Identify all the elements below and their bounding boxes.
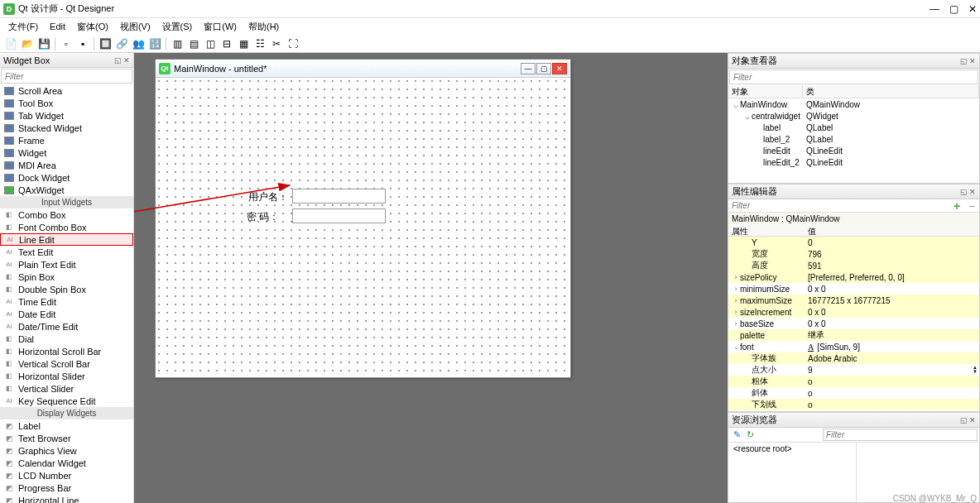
prop-row-下划线[interactable]: 下划线o [728,399,979,410]
widget-item-combo-box[interactable]: ◧Combo Box [0,208,133,221]
tree-row-label[interactable]: labelQLabel [728,122,979,133]
widget-item-line-edit[interactable]: AILine Edit [0,233,133,246]
prop-row-粗体[interactable]: 粗体o [728,376,979,387]
widget-item-graphics-view[interactable]: ◩Graphics View [0,444,133,457]
object-filter-input[interactable] [730,70,978,84]
widget-item-dock-widget[interactable]: Dock Widget [0,171,133,184]
prop-row-宽度[interactable]: 宽度796 [728,248,979,260]
widget-item-time-edit[interactable]: AITime Edit [0,295,133,308]
widget-item-date/time-edit[interactable]: AIDate/Time Edit [0,320,133,333]
widget-item-plain-text-edit[interactable]: AIPlain Text Edit [0,258,133,271]
dock-close-icon[interactable]: ✕ [969,57,976,65]
dock-close-icon[interactable]: ✕ [123,56,130,65]
design-close-button[interactable]: ✕ [552,63,567,74]
prop-row-baseSize[interactable]: ›baseSize0 x 0 [728,318,979,329]
widget-item-scroll-area[interactable]: Scroll Area [0,84,133,97]
widget-item-tool-box[interactable]: Tool Box [0,97,133,109]
design-area[interactable]: Qt MainWindow - untitled* — ▢ ✕ 用户名： 密 码… [134,53,728,503]
tree-col-object[interactable]: 对象 [728,85,803,98]
widget-item-vertical-slider[interactable]: ◧Vertical Slider [0,382,133,395]
dock-float-icon[interactable]: ◱ [960,188,968,196]
widget-box-filter[interactable] [1,69,132,84]
remove-property-button[interactable]: − [964,200,979,212]
send-back-button[interactable]: ▫ [59,36,74,51]
reload-resource-button[interactable]: ↻ [743,429,757,442]
prop-row-minimumSize[interactable]: ›minimumSize0 x 0 [728,283,979,295]
maximize-button[interactable]: ▢ [949,3,958,15]
widget-list[interactable]: Scroll AreaTool BoxTab WidgetStacked Wid… [0,84,133,503]
widget-item-double-spin-box[interactable]: ◧Double Spin Box [0,283,133,295]
widget-item-lcd-number[interactable]: ◩LCD Number [0,469,133,481]
widget-group-display[interactable]: Display Widgets [0,407,133,419]
dock-float-icon[interactable]: ◱ [114,56,122,65]
bring-front-button[interactable]: ▪ [75,36,90,51]
widget-item-font-combo-box[interactable]: ◧Font Combo Box [0,221,133,233]
property-filter-input[interactable] [728,199,949,212]
widget-item-text-browser[interactable]: ◩Text Browser [0,432,133,444]
widget-item-horizontal-slider[interactable]: ◧Horizontal Slider [0,370,133,382]
open-button[interactable]: 📂 [20,36,35,51]
layout-grid-button[interactable]: ▦ [236,36,251,51]
minimize-button[interactable]: — [930,3,939,15]
dock-close-icon[interactable]: ✕ [969,188,976,196]
menu-settings[interactable]: 设置(S) [157,19,198,35]
prop-row-字体族[interactable]: 字体族Adobe Arabic [728,352,979,364]
edit-signals-button[interactable]: 🔗 [114,36,129,51]
layout-h-button[interactable]: ▥ [170,36,185,51]
widget-item-spin-box[interactable]: ◧Spin Box [0,271,133,283]
widget-item-date-edit[interactable]: AIDate Edit [0,308,133,320]
menu-help[interactable]: 帮助(H) [243,19,284,35]
prop-row-点大小[interactable]: 点大小9▲▼ [728,364,979,376]
widget-item-progress-bar[interactable]: ◩Progress Bar [0,481,133,494]
widget-item-qaxwidget[interactable]: QAxWidget [0,184,133,196]
lineedit-username[interactable] [292,189,386,204]
menu-view[interactable]: 视图(V) [115,19,156,35]
widget-box-filter-input[interactable] [2,69,132,83]
widget-item-key-sequence-edit[interactable]: AIKey Sequence Edit [0,395,133,407]
prop-row-高度[interactable]: 高度591 [728,260,979,271]
edit-tab-button[interactable]: 🔢 [147,36,162,51]
design-maximize-button[interactable]: ▢ [536,63,551,74]
label-password[interactable]: 密 码： [247,210,279,224]
property-list[interactable]: 属性 值 Y0宽度796高度591›sizePolicy[Preferred, … [728,225,979,411]
prop-row-sizeIncrement[interactable]: ›sizeIncrement0 x 0 [728,306,979,318]
menu-edit[interactable]: Edit [45,20,70,33]
object-filter[interactable] [729,69,978,84]
widget-item-widget[interactable]: Widget [0,146,133,159]
design-canvas[interactable]: 用户名： 密 码： [156,78,570,377]
menu-window[interactable]: 窗口(W) [199,19,242,35]
widget-item-label[interactable]: ◩Label [0,419,133,432]
save-button[interactable]: 💾 [36,36,51,51]
resource-filter-input[interactable] [823,429,978,441]
widget-item-frame[interactable]: Frame [0,134,133,146]
adjust-size-button[interactable]: ⛶ [286,36,300,51]
label-username[interactable]: 用户名： [248,190,288,204]
resource-root[interactable]: <resource root> [728,443,857,502]
tree-row-label_2[interactable]: label_2QLabel [728,133,979,145]
layout-v-button[interactable]: ▤ [186,36,201,51]
widget-item-mdi-area[interactable]: MDI Area [0,159,133,171]
layout-form-button[interactable]: ☷ [252,36,267,51]
add-property-button[interactable]: + [949,200,964,212]
prop-row-font[interactable]: ⌵fontA[SimSun, 9] [728,341,979,352]
menu-file[interactable]: 文件(F) [3,19,43,35]
widget-item-horizontal-line[interactable]: ◩Horizontal Line [0,494,133,503]
edit-buddies-button[interactable]: 👥 [131,36,146,51]
tree-row-MainWindow[interactable]: ⌵MainWindowQMainWindow [728,98,979,110]
new-button[interactable]: 📄 [3,36,18,51]
break-layout-button[interactable]: ✂ [269,36,284,51]
widget-item-stacked-widget[interactable]: Stacked Widget [0,122,133,134]
prop-row-palette[interactable]: palette继承 [728,329,979,341]
tree-col-class[interactable]: 类 [803,85,979,98]
prop-row-maximumSize[interactable]: ›maximumSize16777215 x 16777215 [728,295,979,306]
prop-col-name[interactable]: 属性 [728,225,805,236]
prop-row-Y[interactable]: Y0 [728,237,979,248]
design-window[interactable]: Qt MainWindow - untitled* — ▢ ✕ 用户名： 密 码… [155,59,571,378]
tree-row-centralwidget[interactable]: ⌵centralwidgetQWidget [728,110,979,122]
dock-float-icon[interactable]: ◱ [960,57,968,65]
dock-float-icon[interactable]: ◱ [960,416,968,424]
tree-row-lineEdit_2[interactable]: lineEdit_2QLineEdit [728,156,979,168]
prop-row-sizePolicy[interactable]: ›sizePolicy[Preferred, Preferred, 0, 0] [728,271,979,283]
prop-row-删除线[interactable]: 删除线o [728,410,979,411]
menu-form[interactable]: 窗体(O) [72,19,113,35]
